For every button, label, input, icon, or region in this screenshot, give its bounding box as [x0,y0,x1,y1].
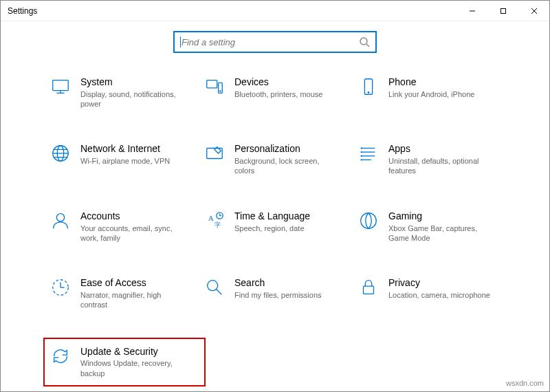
tile-label: Devices [234,76,322,88]
tile-sub: Bluetooth, printers, mouse [234,89,322,99]
tile-ease-of-access[interactable]: Ease of Access Narrator, magnifier, high… [47,274,201,312]
tile-label: Accounts [80,210,184,222]
tile-sub: Uninstall, defaults, optional features [388,156,492,176]
accounts-icon [50,210,71,231]
tile-label: Ease of Access [80,277,184,289]
tile-update-security[interactable]: Update & Security Windows Update, recove… [47,342,201,382]
tile-sub: Narrator, magnifier, high contrast [80,290,184,310]
tile-label: Gaming [388,210,492,222]
maximize-button[interactable] [487,1,518,21]
tile-label: Personalization [234,143,338,155]
tile-label: Privacy [388,277,490,289]
search-box[interactable] [173,31,377,53]
tile-personalization[interactable]: Personalization Background, lock screen,… [201,140,355,178]
svg-point-26 [361,156,362,157]
tile-label: Time & Language [234,210,310,222]
tile-system[interactable]: System Display, sound, notifications, po… [47,74,201,111]
tile-label: Update & Security [80,346,184,358]
tile-sub: Find my files, permissions [234,290,322,300]
tile-label: Apps [388,143,492,155]
svg-line-39 [217,290,222,295]
window-controls [456,1,549,21]
tile-label: System [80,76,184,88]
close-button[interactable] [518,1,549,21]
devices-icon [204,76,225,97]
svg-point-25 [361,152,362,153]
tile-privacy[interactable]: Privacy Location, camera, microphone [355,274,509,312]
tile-search[interactable]: Search Find my files, permissions [201,274,355,312]
svg-point-24 [361,148,362,149]
svg-point-38 [208,281,218,291]
tile-time-language[interactable]: A 字 Time & Language Speech, region, date [201,208,355,246]
tile-label: Network & Internet [80,143,170,155]
minimize-button[interactable] [456,1,487,21]
svg-line-5 [366,44,369,47]
phone-icon [358,76,379,97]
svg-text:字: 字 [214,221,221,228]
svg-rect-6 [53,80,69,91]
svg-point-4 [360,38,367,45]
apps-icon [358,143,379,164]
svg-point-28 [56,213,64,221]
svg-point-34 [361,213,377,229]
titlebar: Settings [1,1,549,21]
tile-label: Search [234,277,322,289]
tile-phone[interactable]: Phone Link your Android, iPhone [355,74,509,111]
tile-network[interactable]: Network & Internet Wi-Fi, airplane mode,… [47,140,201,178]
personalization-icon [204,143,225,164]
window-title: Settings [8,6,37,16]
tile-sub: Speech, region, date [234,224,310,233]
tile-label: Phone [388,76,474,88]
text-caret [180,36,181,47]
svg-rect-40 [364,286,374,294]
tile-apps[interactable]: Apps Uninstall, defaults, optional featu… [355,140,509,178]
gaming-icon [358,210,379,231]
ease-of-access-icon [50,277,71,298]
tile-gaming[interactable]: Gaming Xbox Game Bar, captures, Game Mod… [355,208,509,246]
tile-sub: Windows Update, recovery, backup [80,358,184,378]
tile-devices[interactable]: Devices Bluetooth, printers, mouse [201,74,355,111]
update-icon [50,346,71,367]
svg-rect-9 [207,80,217,88]
svg-point-11 [220,91,221,91]
tile-sub: Link your Android, iPhone [388,89,474,99]
svg-text:A: A [208,214,214,222]
time-language-icon: A 字 [204,210,225,231]
tile-sub: Xbox Game Bar, captures, Game Mode [388,224,492,243]
svg-point-13 [368,92,369,94]
system-icon [50,76,71,97]
globe-icon [50,143,71,164]
tile-sub: Wi-Fi, airplane mode, VPN [80,156,170,166]
watermark: wsxdn.com [506,379,544,387]
tile-sub: Your accounts, email, sync, work, family [80,224,184,243]
privacy-icon [358,277,379,298]
settings-grid: System Display, sound, notifications, po… [1,74,549,382]
search-category-icon [204,277,225,298]
svg-point-27 [361,160,362,160]
tile-sub: Background, lock screen, colors [234,156,338,176]
tile-sub: Display, sound, notifications, power [80,89,184,109]
settings-window: Settings Sy [0,0,550,392]
tile-accounts[interactable]: Accounts Your accounts, email, sync, wor… [47,208,201,246]
search-input[interactable] [180,36,359,48]
svg-rect-1 [500,8,505,13]
tile-sub: Location, camera, microphone [388,290,490,300]
search-icon [359,36,370,47]
